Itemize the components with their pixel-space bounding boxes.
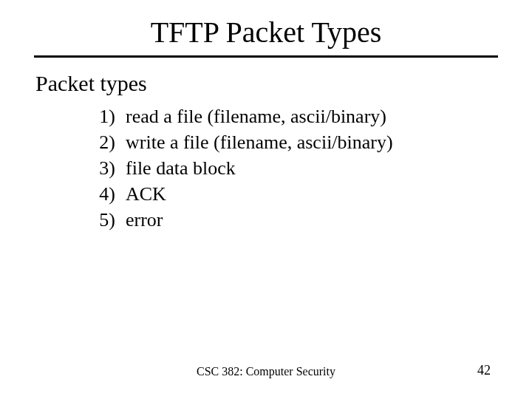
list-item-number: 2) <box>80 129 126 155</box>
footer-course: CSC 382: Computer Security <box>0 365 532 378</box>
list-item-text: ACK <box>126 181 532 207</box>
list-item: 1) read a file (filename, ascii/binary) <box>80 103 532 129</box>
list-item-text: file data block <box>126 155 532 181</box>
list-item-number: 5) <box>80 207 126 233</box>
slide: TFTP Packet Types Packet types 1) read a… <box>0 0 532 399</box>
list-item-number: 4) <box>80 181 126 207</box>
title-divider <box>34 55 498 58</box>
list-item: 3) file data block <box>80 155 532 181</box>
list-item-number: 1) <box>80 103 126 129</box>
list-item-text: read a file (filename, ascii/binary) <box>126 103 532 129</box>
list-item-text: write a file (filename, ascii/binary) <box>126 129 532 155</box>
list-item-number: 3) <box>80 155 126 181</box>
section-heading: Packet types <box>35 71 532 96</box>
list-item-text: error <box>126 207 532 233</box>
packet-type-list: 1) read a file (filename, ascii/binary) … <box>80 103 532 233</box>
list-item: 5) error <box>80 207 532 233</box>
footer-page-number: 42 <box>477 363 491 378</box>
list-item: 2) write a file (filename, ascii/binary) <box>80 129 532 155</box>
list-item: 4) ACK <box>80 181 532 207</box>
slide-title: TFTP Packet Types <box>0 0 532 55</box>
